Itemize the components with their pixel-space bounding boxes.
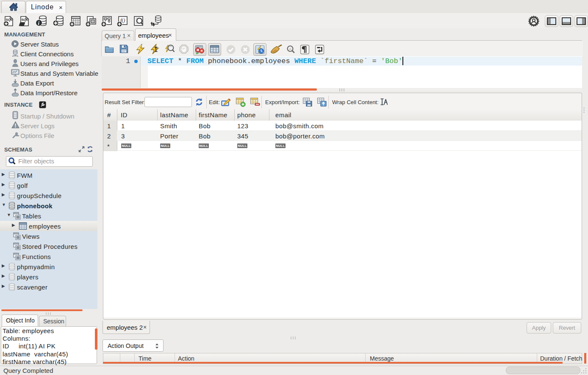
svg-text:SQL: SQL bbox=[22, 18, 29, 22]
svg-text:A: A bbox=[289, 47, 291, 51]
svg-text:SQL: SQL bbox=[6, 18, 13, 22]
